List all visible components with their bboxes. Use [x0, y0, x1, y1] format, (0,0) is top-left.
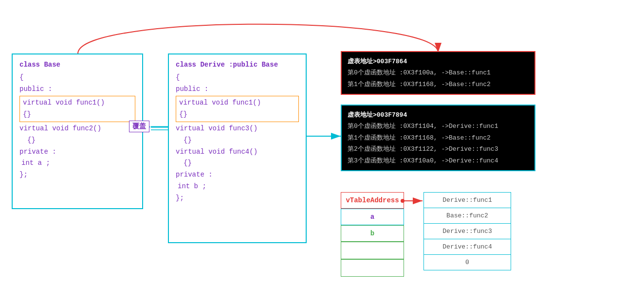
memory-layout: vTableAddress a b [341, 192, 404, 277]
vtable-base-box: 虚表地址>003F7864 第0个虚函数地址 :0X3f100a, ->Base… [341, 51, 535, 95]
derive-func4-body: {} [176, 158, 299, 169]
base-func1: virtual void func1() [23, 97, 132, 109]
mem-cell-empty-1 [341, 242, 404, 259]
mem-cell-b: b [341, 225, 404, 242]
vtable-derive-entry-3: 第3个虚函数地址 :0X3f10a0, ->Derive::func4 [348, 155, 529, 166]
func-entry-0: Derive::func1 [424, 193, 511, 208]
vtable-derive-entry-1: 第1个虚函数地址 :0X3f1168, ->Base::func2 [348, 132, 529, 143]
derive-int-b: int b ; [176, 181, 299, 193]
base-func2-body: {} [19, 135, 135, 146]
derive-func4: virtual void func4() [176, 146, 299, 158]
derive-func3-body: {} [176, 135, 299, 146]
derive-class-box: class Derive :public Base { public : vir… [168, 53, 307, 243]
vtable-base-entry-1: 第1个虚函数地址 :0X3f1168, ->Base::func2 [348, 79, 529, 90]
vtable-derive-entry-0: 第0个虚函数地址 :0X3f1104, ->Derive::func1 [348, 121, 529, 132]
vtable-derive-addr: 虚表地址>003F7894 [348, 109, 529, 121]
derive-func1: virtual void func1() [179, 97, 295, 109]
derive-brace-open: { [176, 72, 299, 84]
base-private: private : [19, 146, 135, 158]
derive-class-title: class Derive :public Base [176, 59, 299, 71]
base-close: }; [19, 169, 135, 181]
derive-func3: virtual void func3() [176, 123, 299, 135]
vtable-derive-entry-2: 第2个虚函数地址 :0X3f1122, ->Derive::func3 [348, 143, 529, 155]
base-class-box: class Base { public : virtual void func1… [12, 53, 143, 209]
derive-private: private : [176, 169, 299, 181]
mem-cell-vtable: vTableAddress [341, 192, 404, 209]
func-entry-4: 0 [424, 255, 511, 270]
base-class-title: class Base [19, 59, 135, 71]
base-func2: virtual void func2() [19, 123, 135, 135]
base-public: public : [19, 84, 135, 95]
derive-func1-body: {} [179, 109, 295, 121]
mem-cell-empty-2 [341, 259, 404, 277]
base-func1-body: {} [23, 109, 132, 121]
derive-close: }; [176, 193, 299, 204]
vtable-base-addr: 虚表地址>003F7864 [348, 56, 529, 67]
func-entry-3: Derive::func4 [424, 239, 511, 255]
vtable-derive-box: 虚表地址>003F7894 第0个虚函数地址 :0X3f1104, ->Deri… [341, 105, 535, 171]
override-label: 覆盖 [129, 121, 149, 132]
derive-public: public : [176, 84, 299, 95]
func-table: Derive::func1 Base::func2 Derive::func3 … [423, 192, 511, 270]
base-int-a: int a ; [19, 158, 135, 169]
diagram-container: class Base { public : virtual void func1… [0, 0, 644, 302]
func-entry-2: Derive::func3 [424, 224, 511, 239]
func-entry-1: Base::func2 [424, 208, 511, 224]
mem-cell-a: a [341, 209, 404, 225]
base-brace-open: { [19, 72, 135, 84]
vtable-base-entry-0: 第0个虚函数地址 :0X3f100a, ->Base::func1 [348, 67, 529, 78]
